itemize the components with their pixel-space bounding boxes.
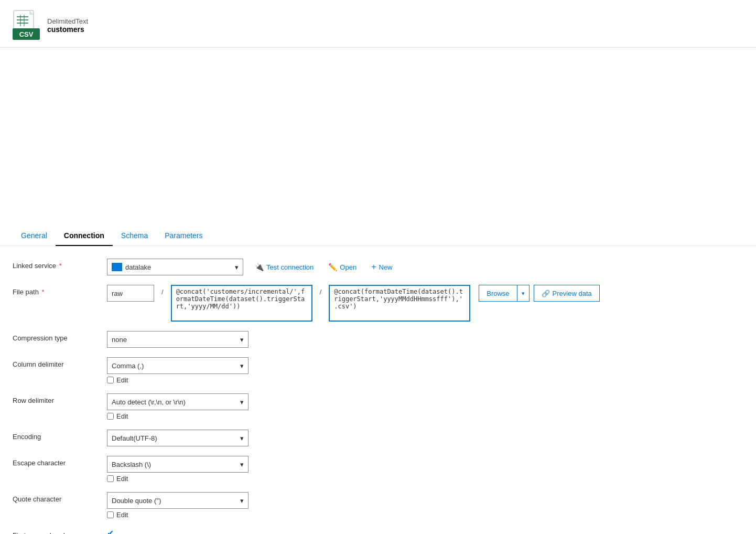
quote-character-row: Quote character Double quote (") Edit (13, 492, 743, 519)
browse-chevron-button[interactable] (517, 285, 530, 302)
quote-character-chevron-icon (240, 497, 244, 505)
first-row-header-label: First row as header (13, 528, 107, 534)
escape-character-row: Escape character Backslash (\) Edit (13, 456, 743, 483)
column-delimiter-label: Column delimiter (13, 357, 107, 368)
row-delimiter-edit-label[interactable]: Edit (116, 412, 128, 420)
open-icon: ✏️ (328, 263, 337, 271)
row-delimiter-chevron-icon (240, 398, 244, 406)
file-path-segment1 (107, 285, 154, 302)
encoding-label: Encoding (13, 430, 107, 441)
quote-character-edit-checkbox[interactable] (107, 511, 114, 518)
header-section: CSV DelimitedText customers (0, 0, 756, 48)
compression-type-label: Compression type (13, 331, 107, 342)
new-button[interactable]: + New (368, 260, 395, 274)
file-path-segment2: @concat('customers/incremental/',formatD… (171, 285, 312, 322)
file-path-expression2-input[interactable]: @concat(formatDateTime(dataset().trigger… (329, 285, 470, 322)
browse-button[interactable]: Browse (479, 285, 517, 302)
encoding-dropdown[interactable]: Default(UTF-8) (107, 430, 249, 446)
escape-character-edit-row: Edit (107, 475, 249, 483)
encoding-controls: Default(UTF-8) (107, 430, 743, 446)
column-delimiter-edit-row: Edit (107, 376, 249, 384)
encoding-chevron-icon (240, 434, 244, 442)
column-delimiter-chevron-icon (240, 362, 244, 370)
column-delimiter-dropdown[interactable]: Comma (,) (107, 357, 249, 374)
file-path-input-simple[interactable] (107, 285, 154, 302)
row-delimiter-dropdown[interactable]: Auto detect (\r,\n, or \r\n) (107, 393, 249, 410)
tab-general[interactable]: General (13, 226, 56, 246)
column-delimiter-controls: Comma (,) Edit (107, 357, 743, 384)
header-title: DelimitedText customers (47, 17, 88, 34)
linked-service-icon (112, 263, 122, 271)
quote-character-controls: Double quote (") Edit (107, 492, 743, 519)
open-button[interactable]: ✏️ Open (325, 261, 360, 273)
file-path-controls: / @concat('customers/incremental/',forma… (107, 285, 743, 322)
row-delimiter-edit-checkbox[interactable] (107, 413, 114, 420)
tab-connection[interactable]: Connection (56, 226, 113, 246)
row-delimiter-label: Row delimiter (13, 393, 107, 404)
escape-character-edit-checkbox[interactable] (107, 475, 114, 482)
browse-chevron-icon (522, 290, 525, 296)
escape-character-dropdown[interactable]: Backslash (\) (107, 456, 249, 473)
first-row-header-controls: ✔ (107, 528, 743, 534)
path-separator-2: / (317, 285, 325, 299)
first-row-header-row: First row as header ✔ (13, 528, 743, 534)
row-delimiter-group: Auto detect (\r,\n, or \r\n) Edit (107, 393, 249, 420)
content-section: Linked service * datalake 🔌 Test connect… (0, 246, 756, 534)
header-name: customers (47, 25, 88, 34)
linked-service-dropdown[interactable]: datalake (107, 259, 243, 275)
required-mark: * (57, 262, 62, 270)
preview-icon: 🔗 (542, 290, 550, 297)
path-separator-1: / (158, 285, 167, 299)
quote-character-edit-label[interactable]: Edit (116, 511, 128, 519)
compression-type-dropdown[interactable]: none (107, 331, 249, 348)
row-delimiter-controls: Auto detect (\r,\n, or \r\n) Edit (107, 393, 743, 420)
file-path-expression-input[interactable]: @concat('customers/incremental/',formatD… (171, 285, 312, 322)
tabs-section: General Connection Schema Parameters (0, 226, 756, 246)
linked-service-row: Linked service * datalake 🔌 Test connect… (13, 259, 743, 275)
linked-service-chevron-icon (235, 263, 239, 271)
column-delimiter-edit-label[interactable]: Edit (116, 376, 128, 384)
page-container: CSV DelimitedText customers General Conn… (0, 0, 756, 534)
tab-schema[interactable]: Schema (113, 226, 156, 246)
escape-character-controls: Backslash (\) Edit (107, 456, 743, 483)
test-connection-button[interactable]: 🔌 Test connection (252, 261, 317, 273)
test-connection-icon: 🔌 (255, 263, 264, 271)
new-icon: + (371, 262, 376, 272)
linked-service-label: Linked service * (13, 259, 107, 270)
linked-service-controls: datalake 🔌 Test connection ✏️ Open + New (107, 259, 743, 275)
file-path-segment3: @concat(formatDateTime(dataset().trigger… (329, 285, 470, 322)
compression-chevron-icon (240, 336, 244, 344)
tab-parameters[interactable]: Parameters (156, 226, 211, 246)
escape-character-group: Backslash (\) Edit (107, 456, 249, 483)
row-delimiter-edit-row: Edit (107, 412, 249, 420)
spacer (0, 48, 756, 132)
preview-data-button[interactable]: 🔗 Preview data (534, 285, 600, 302)
escape-character-label: Escape character (13, 456, 107, 467)
csv-icon: CSV (13, 9, 40, 41)
column-delimiter-row: Column delimiter Comma (,) Edit (13, 357, 743, 384)
column-delimiter-group: Comma (,) Edit (107, 357, 249, 384)
column-delimiter-edit-checkbox[interactable] (107, 377, 114, 383)
file-path-row: File path * / @concat('customers/increme… (13, 285, 743, 322)
first-row-header-checkbox-group: ✔ (107, 528, 114, 534)
quote-character-label: Quote character (13, 492, 107, 503)
compression-type-controls: none (107, 331, 743, 348)
file-path-label: File path * (13, 285, 107, 296)
quote-character-group: Double quote (") Edit (107, 492, 249, 519)
encoding-row: Encoding Default(UTF-8) (13, 430, 743, 446)
escape-character-edit-label[interactable]: Edit (116, 475, 128, 483)
row-delimiter-row: Row delimiter Auto detect (\r,\n, or \r\… (13, 393, 743, 420)
quote-character-edit-row: Edit (107, 511, 249, 519)
quote-character-dropdown[interactable]: Double quote (") (107, 492, 249, 509)
compression-type-row: Compression type none (13, 331, 743, 348)
first-row-header-checkmark-icon[interactable]: ✔ (107, 528, 114, 534)
browse-group: Browse 🔗 Preview data (479, 285, 600, 302)
svg-text:CSV: CSV (19, 30, 34, 38)
header-type: DelimitedText (47, 17, 88, 25)
escape-character-chevron-icon (240, 461, 244, 468)
